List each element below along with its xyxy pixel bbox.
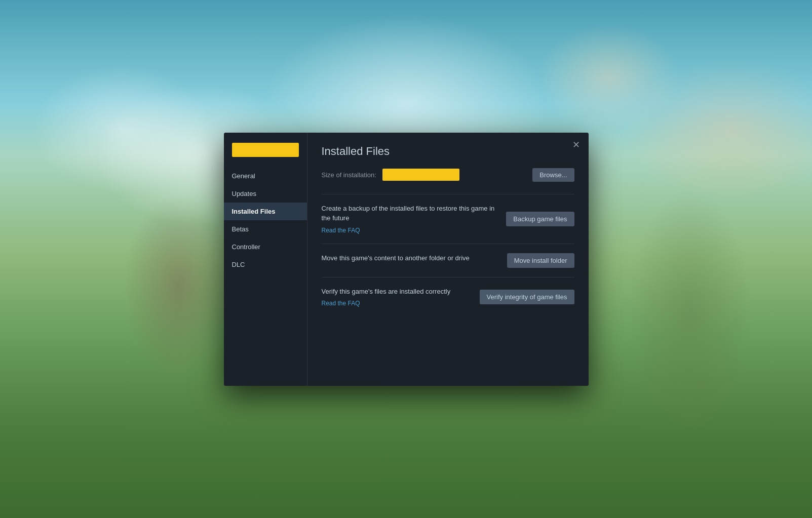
backup-section: Create a backup of the installed files t… xyxy=(322,194,574,244)
verify-faq-link[interactable]: Read the FAQ xyxy=(322,300,360,307)
sidebar-item-installed-files[interactable]: Installed Files xyxy=(224,203,307,220)
page-title: Installed Files xyxy=(322,145,574,158)
backup-faq-link[interactable]: Read the FAQ xyxy=(322,227,360,234)
install-size-row: Size of installation: Browse... xyxy=(322,168,574,182)
install-size-value xyxy=(382,169,459,181)
game-title-bar xyxy=(232,143,299,157)
sidebar-item-dlc[interactable]: DLC xyxy=(224,256,307,273)
backup-game-files-button[interactable]: Backup game files xyxy=(506,212,574,226)
dialog-overlay: General Updates Installed Files Betas Co… xyxy=(0,0,812,518)
backup-description: Create a backup of the installed files t… xyxy=(322,204,498,223)
verify-description: Verify this game's files are installed c… xyxy=(322,287,472,297)
sidebar-item-betas[interactable]: Betas xyxy=(224,220,307,238)
verify-integrity-button[interactable]: Verify integrity of game files xyxy=(480,290,574,304)
browse-button[interactable]: Browse... xyxy=(532,168,574,182)
sidebar-item-updates[interactable]: Updates xyxy=(224,185,307,203)
sidebar: General Updates Installed Files Betas Co… xyxy=(224,133,307,386)
sidebar-item-general[interactable]: General xyxy=(224,167,307,185)
move-description: Move this game's content to another fold… xyxy=(322,253,499,263)
sidebar-item-controller[interactable]: Controller xyxy=(224,238,307,256)
move-section-text: Move this game's content to another fold… xyxy=(322,253,499,265)
verify-section: Verify this game's files are installed c… xyxy=(322,277,574,317)
install-size-label: Size of installation: xyxy=(322,171,376,179)
backup-section-text: Create a backup of the installed files t… xyxy=(322,204,498,234)
main-content: ✕ Installed Files Size of installation: … xyxy=(307,133,589,386)
move-install-folder-button[interactable]: Move install folder xyxy=(507,253,574,268)
settings-dialog: General Updates Installed Files Betas Co… xyxy=(224,133,589,386)
close-button[interactable]: ✕ xyxy=(570,139,583,151)
verify-section-text: Verify this game's files are installed c… xyxy=(322,287,472,308)
move-section: Move this game's content to another fold… xyxy=(322,244,574,277)
